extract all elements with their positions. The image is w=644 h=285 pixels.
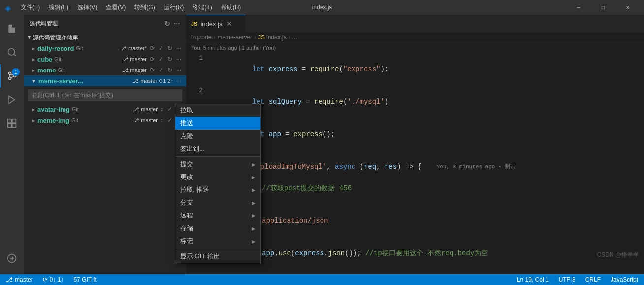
menu-file[interactable]: 文件(F)	[17, 2, 44, 13]
repo-check-avatar-img[interactable]: ✓	[166, 106, 173, 113]
tab-index-js[interactable]: JS index.js ✕	[186, 15, 245, 32]
menu-select[interactable]: 选择(V)	[73, 2, 101, 13]
repo-meme-img[interactable]: ▶ meme-img Git ⎇ master ↕ ✓ ↻	[24, 115, 186, 126]
svg-marker-4	[9, 96, 15, 104]
breadcrumb-js-icon: JS	[258, 34, 265, 41]
close-button[interactable]: ✕	[616, 0, 639, 15]
tabs-bar: JS index.js ✕	[186, 15, 644, 32]
context-menu-divider-1	[175, 156, 260, 157]
repo-meme[interactable]: ▶ meme Git ⎇ master ⟳ ✓ ↻ ···	[24, 65, 186, 75]
line-content-6: application/json	[211, 205, 634, 237]
repo-name-daily-record: daily-record	[37, 45, 74, 52]
repo-daily-record[interactable]: ▶ daily-record Git ⎇ master* ⟳ ✓ ↻ ···	[24, 43, 186, 54]
activity-run[interactable]	[0, 88, 24, 111]
context-menu-checkout[interactable]: 签出到...	[175, 142, 260, 155]
repo-name-meme: meme	[37, 67, 56, 74]
position-text: Ln 19, Col 1	[517, 276, 549, 283]
breadcrumb-more[interactable]: ...	[292, 34, 297, 41]
tab-close-button[interactable]: ✕	[225, 19, 233, 29]
context-menu-remote[interactable]: 远程 ▶	[175, 209, 260, 222]
status-encoding[interactable]: UTF-8	[557, 274, 578, 285]
line-content-3: let app = express();	[211, 118, 634, 150]
status-position[interactable]: Ln 19, Col 1	[515, 274, 551, 285]
git-it-label: 57 GIT It	[73, 276, 96, 283]
repo-cube[interactable]: ▶ cube Git ⎇ master ⟳ ✓ ↻ ···	[24, 54, 186, 65]
repo-name-avatar-img: avatar-img	[37, 106, 70, 113]
sidebar-refresh-icon[interactable]: ↻	[164, 20, 171, 28]
context-menu-push[interactable]: 推送	[175, 117, 260, 130]
activity-search[interactable]	[0, 40, 24, 64]
sidebar-more-icon[interactable]: ···	[174, 20, 180, 28]
repo-check-meme-img[interactable]: ✓	[166, 116, 173, 124]
repo-sync-cube[interactable]: ⟳	[149, 55, 156, 63]
activity-files[interactable]	[0, 17, 24, 40]
git-blame-annotation: You, 3 minutes ago • 测试	[437, 161, 516, 172]
maximize-button[interactable]: □	[592, 0, 614, 15]
activity-extensions[interactable]	[0, 111, 24, 135]
sync-icon: ⟳	[43, 276, 48, 283]
line-content-ann: app.post('/uploadImgToMysql', async (req…	[211, 161, 634, 172]
repo-name-cube: cube	[37, 56, 52, 63]
context-menu-show-git-output[interactable]: 显示 GIT 输出	[175, 250, 260, 263]
repo-more-cube[interactable]: ···	[175, 55, 182, 63]
repo-sync-meme-img[interactable]: ↕	[160, 116, 164, 124]
menu-help[interactable]: 帮助(H)	[217, 2, 245, 13]
repo-more-daily-record[interactable]: ···	[175, 44, 182, 52]
status-line-ending[interactable]: CRLF	[583, 274, 603, 285]
context-menu-branch[interactable]: 分支 ▶	[175, 196, 260, 209]
repo-more-meme-server[interactable]: ···	[175, 77, 182, 85]
menu-run[interactable]: 运行(R)	[160, 2, 188, 13]
context-menu-commit[interactable]: 提交 ▶	[175, 158, 260, 171]
repo-check-cube[interactable]: ✓	[158, 55, 164, 63]
breadcrumb-meme-server[interactable]: meme-server	[217, 34, 252, 41]
context-menu-tag[interactable]: 标记 ▶	[175, 235, 260, 248]
line-content-5: //获取post提交的数据 456	[211, 172, 634, 205]
sidebar: 源代码管理 ↻ ··· ▶ 源代码管理存储库 ▶ daily-record Gi…	[24, 15, 186, 274]
status-bar-right: Ln 19, Col 1 UTF-8 CRLF JavaScript	[515, 274, 640, 285]
repo-avatar-img[interactable]: ▶ avatar-img Git ⎇ master ↕ ✓ ↻	[24, 104, 186, 115]
context-menu-stash[interactable]: 存储 ▶	[175, 222, 260, 235]
status-language[interactable]: JavaScript	[609, 274, 640, 285]
line-ending-text: CRLF	[585, 276, 601, 283]
status-bar: ⎇ master ⟳ 0↓ 1↑ 57 GIT It Ln 19, Col 1 …	[0, 274, 644, 285]
svg-point-2	[9, 77, 11, 80]
repo-sync-daily-record[interactable]: ⟳	[149, 44, 156, 52]
status-bar-left: ⎇ master ⟳ 0↓ 1↑ 57 GIT It	[4, 274, 98, 285]
menu-terminal[interactable]: 终端(T)	[189, 2, 216, 13]
context-menu-pull[interactable]: 拉取	[175, 104, 260, 117]
menu-view[interactable]: 查看(V)	[102, 2, 129, 13]
context-menu-changes[interactable]: 更改 ▶	[175, 171, 260, 183]
repos-section-header[interactable]: ▶ 源代码管理存储库	[24, 32, 186, 43]
repo-refresh-meme[interactable]: ↻	[166, 66, 173, 74]
repo-sync-meme[interactable]: ⟳	[149, 66, 156, 74]
repo-check-daily-record[interactable]: ✓	[158, 44, 164, 52]
menu-edit[interactable]: 编辑(E)	[45, 2, 72, 13]
menu-goto[interactable]: 转到(G)	[130, 2, 159, 13]
activity-source-control[interactable]: 1	[0, 64, 24, 88]
breadcrumb-lzqcode[interactable]: lzqcode	[191, 34, 211, 41]
activity-remote[interactable]	[0, 247, 24, 270]
repo-more-meme[interactable]: ···	[175, 66, 182, 74]
sidebar-title: 源代码管理	[30, 20, 58, 27]
repo-type-daily-record: Git	[76, 45, 83, 51]
context-menu-clone[interactable]: 克隆	[175, 130, 260, 142]
svg-rect-5	[8, 119, 12, 123]
breadcrumb-file[interactable]: index.js	[266, 34, 287, 41]
submenu-arrow-pull-push: ▶	[252, 187, 256, 193]
repo-check-meme[interactable]: ✓	[158, 66, 164, 74]
repo-sync-avatar-img[interactable]: ↕	[160, 106, 164, 113]
svg-rect-7	[8, 124, 12, 128]
svg-rect-6	[12, 119, 16, 123]
status-git-it[interactable]: 57 GIT It	[71, 274, 98, 285]
context-menu-pull-push[interactable]: 拉取, 推送 ▶	[175, 183, 260, 196]
branch-icon: ⎇	[6, 276, 13, 283]
repo-refresh-daily-record[interactable]: ↻	[166, 44, 173, 52]
repo-branch-meme-server: ⎇ master ⊙1 2↑	[132, 78, 173, 84]
status-branch[interactable]: ⎇ master	[4, 274, 35, 285]
line-content-2: let sqlQuery = require('./mysql')	[211, 85, 634, 118]
commit-message-input[interactable]	[28, 89, 182, 101]
minimize-button[interactable]: ─	[567, 0, 590, 15]
repo-meme-server[interactable]: ▼ meme-server... ⎇ master ⊙1 2↑ ···	[24, 75, 186, 86]
repo-refresh-cube[interactable]: ↻	[166, 55, 173, 63]
status-sync[interactable]: ⟳ 0↓ 1↑	[41, 274, 66, 285]
